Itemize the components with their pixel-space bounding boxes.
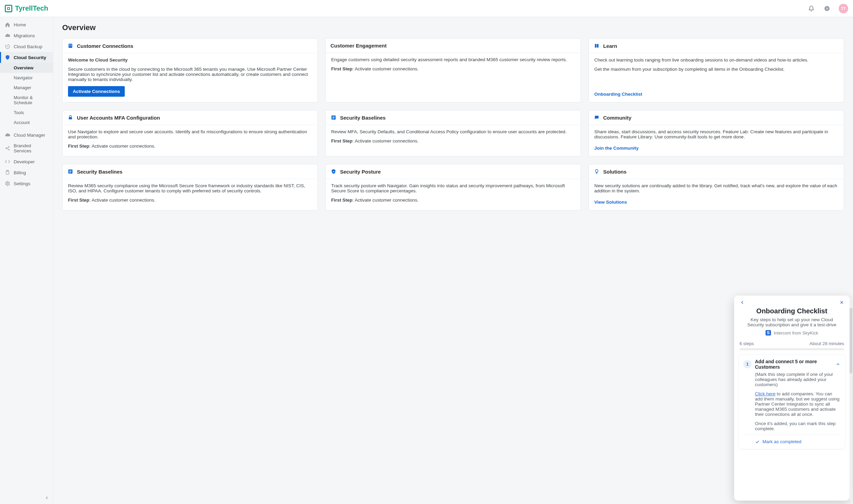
card-first-step: First Step: Activate customer connection…	[68, 144, 312, 149]
mark-completed-button[interactable]: Mark as completed	[743, 435, 840, 444]
popover-title: Onboarding Checklist	[734, 307, 850, 315]
card-grid: Customer Connections Welcome to Cloud Se…	[53, 38, 853, 220]
card-first-step: First Step: Activate customer connection…	[331, 66, 575, 71]
collapse-step-button[interactable]	[836, 362, 840, 367]
shield-icon	[5, 55, 10, 60]
onboarding-popover: Onboarding Checklist Key steps to help s…	[734, 296, 850, 501]
sidebar-item-branded-services[interactable]: Branded Services	[0, 140, 53, 156]
sidebar-item-settings[interactable]: Settings	[0, 178, 53, 189]
card-security-baselines-2: Security Baselines Review M365 security …	[62, 164, 318, 210]
first-step-text: : Activate customer connections.	[352, 197, 419, 203]
sidebar-sublist: Overview Navigator Manager Monitor & Sch…	[0, 63, 53, 127]
step-number-badge: 1	[743, 360, 752, 368]
card-head: Security Posture	[326, 164, 581, 179]
sidebar-item-cloud-security[interactable]: Cloud Security	[0, 52, 53, 63]
sidebar: Home Migrations Cloud Backup Cloud Secur…	[0, 17, 53, 504]
card-community: Community Share ideas, start discussions…	[588, 110, 844, 156]
card-text: Review MFA, Security Defaults, and Condi…	[331, 129, 575, 134]
avatar-initials: TT	[841, 6, 845, 11]
popover-scrollbar[interactable]	[850, 296, 852, 501]
sidebar-item-migrations[interactable]: Migrations	[0, 30, 53, 41]
card-text: Engage customers using detailed security…	[331, 57, 575, 62]
card-first-step: First Step: Activate customer connection…	[331, 138, 575, 144]
svg-rect-12	[71, 45, 71, 46]
card-title: User Accounts MFA Configuration	[77, 115, 160, 121]
popover-from-text: Intercom from SkyKick	[774, 330, 818, 336]
svg-point-2	[6, 148, 7, 149]
page-title: Overview	[53, 17, 853, 38]
onboarding-checklist-link[interactable]: Onboarding Checklist	[594, 90, 642, 97]
card-title: Security Baselines	[77, 169, 122, 175]
card-text: Get the maximum from your subscription b…	[594, 67, 838, 72]
card-head: Security Baselines	[63, 164, 317, 179]
building-icon	[67, 43, 73, 49]
sidebar-sub-account[interactable]: Account	[0, 118, 53, 127]
activate-connections-button[interactable]: Activate Connections	[68, 86, 125, 97]
popover-back-button[interactable]	[740, 300, 745, 305]
collapse-sidebar-button[interactable]	[43, 494, 50, 501]
join-community-link[interactable]: Join the Community	[594, 144, 639, 151]
card-text: Secure customers in the cloud by connect…	[68, 67, 312, 82]
sidebar-sub-manager[interactable]: Manager	[0, 83, 53, 93]
popover-eta: About 28 minutes	[810, 341, 844, 346]
card-head: Solutions	[589, 164, 844, 179]
first-step-label: First Step	[331, 197, 352, 203]
card-mfa: User Accounts MFA Configuration Use Navi…	[62, 110, 318, 156]
book-icon	[594, 43, 600, 49]
notifications-icon[interactable]	[807, 4, 815, 13]
sidebar-item-label: Cloud Backup	[14, 44, 42, 49]
card-customer-connections: Customer Connections Welcome to Cloud Se…	[62, 38, 318, 103]
card-text: Share ideas, start discussions, and acce…	[594, 129, 838, 139]
checklist-icon	[330, 114, 337, 121]
history-icon	[5, 44, 10, 49]
brand-logo-icon	[5, 5, 12, 12]
step-text: Click here to add companies. You can add…	[755, 391, 840, 417]
scrollbar-thumb[interactable]	[850, 308, 852, 373]
sidebar-item-home[interactable]: Home	[0, 19, 53, 30]
card-title: Community	[603, 115, 632, 121]
sidebar-sub-navigator[interactable]: Navigator	[0, 73, 53, 83]
lock-icon	[67, 114, 73, 121]
sidebar-item-label: Settings	[14, 181, 30, 186]
sidebar-item-billing[interactable]: Billing	[0, 167, 53, 178]
sidebar-item-cloud-manager[interactable]: Cloud Manager	[0, 130, 53, 140]
sidebar-item-developer[interactable]: Developer	[0, 156, 53, 167]
gear-icon	[5, 181, 10, 186]
sidebar-item-label: Branded Services	[14, 143, 48, 153]
card-head: Community	[589, 110, 844, 125]
step-click-here-link[interactable]: Click here	[755, 391, 775, 396]
card-solutions: Solutions New security solutions are con…	[588, 164, 844, 210]
card-subtitle: Welcome to Cloud Security	[68, 57, 312, 63]
svg-rect-9	[69, 44, 70, 45]
help-icon[interactable]: ?	[823, 4, 831, 13]
sidebar-item-label: Cloud Security	[14, 55, 46, 60]
sidebar-sub-tools[interactable]: Tools	[0, 108, 53, 118]
cloud-icon	[5, 132, 10, 138]
svg-point-3	[9, 147, 10, 148]
avatar[interactable]: TT	[839, 4, 848, 13]
popover-close-button[interactable]	[839, 300, 844, 305]
svg-rect-11	[69, 45, 70, 46]
view-solutions-link[interactable]: View Solutions	[594, 197, 627, 205]
svg-rect-8	[69, 44, 72, 48]
card-text: Track security posture with Navigator. G…	[331, 183, 575, 193]
card-title: Customer Engagement	[330, 43, 387, 49]
shield-check-icon	[330, 168, 337, 175]
sidebar-sub-label: Account	[14, 120, 30, 125]
sidebar-item-label: Migrations	[14, 33, 35, 38]
sidebar-sub-label: Overview	[14, 65, 33, 70]
popover-steps-count: 6 steps	[740, 341, 754, 346]
intercom-badge-icon: S	[766, 330, 771, 336]
checklist-step-1: 1 Add and connect 5 or more Customers (M…	[738, 354, 845, 449]
sidebar-sub-overview[interactable]: Overview	[0, 63, 53, 73]
share-icon	[5, 146, 10, 151]
brand[interactable]: TyrellTech	[5, 4, 48, 12]
sidebar-item-cloud-backup[interactable]: Cloud Backup	[0, 41, 53, 52]
first-step-text: : Activate customer connections.	[89, 144, 155, 149]
card-text: Review M365 security compliance using th…	[68, 183, 312, 193]
home-icon	[5, 22, 10, 27]
sidebar-sub-label: Manager	[14, 85, 31, 90]
first-step-label: First Step	[68, 197, 89, 203]
sidebar-sub-monitor-schedule[interactable]: Monitor & Schedule	[0, 93, 53, 108]
svg-text:?: ?	[826, 6, 828, 10]
